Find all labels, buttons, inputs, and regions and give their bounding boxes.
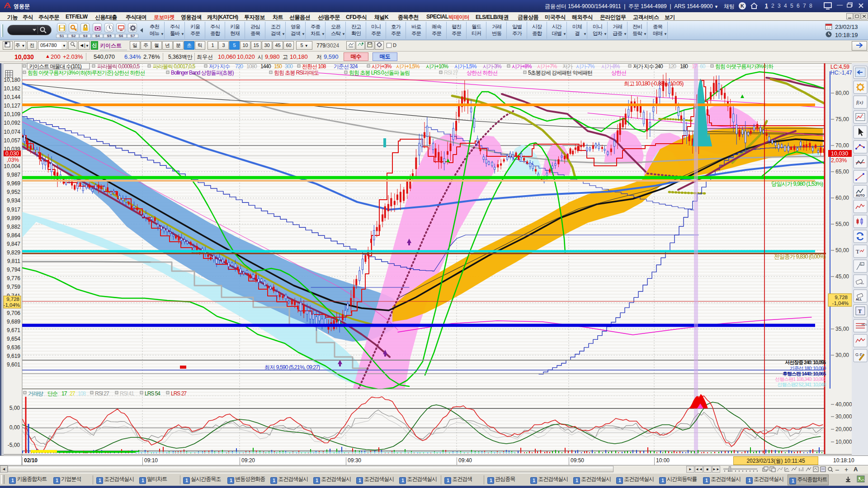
svg-text:720: 720: [235, 63, 243, 70]
svg-text:-1,04%: -1,04%: [832, 300, 849, 306]
svg-text:RSI 27: RSI 27: [95, 390, 109, 397]
svg-text:거래량: 거래량: [28, 390, 43, 397]
svg-text:9,882: 9,882: [7, 224, 20, 230]
svg-text:-5,00: -5,00: [8, 442, 20, 448]
svg-text:선행스팬2 52,341: 10,048: 선행스팬2 52,341: 10,048: [777, 382, 826, 387]
svg-text:전환선 108: 전환선 108: [302, 63, 326, 70]
svg-text:ALL: ALL: [856, 298, 862, 301]
svg-text:전일종가 9,830 (0,00%): 전일종가 9,830 (0,00%): [774, 253, 826, 260]
svg-text:기준선 180: 10,060: 기준선 180: 10,060: [790, 366, 826, 371]
svg-text:150: 150: [274, 63, 282, 70]
svg-text:40,000: 40,000: [835, 401, 852, 408]
svg-text:10,030: 10,030: [831, 150, 848, 157]
svg-text:9,899: 9,899: [7, 215, 20, 221]
svg-text:-1,04%: -1,04%: [4, 302, 20, 308]
svg-text:최고 10,180 (-0,88%, 10:05): 최고 10,180 (-0,88%, 10:05): [624, 80, 684, 87]
svg-text:9,934: 9,934: [7, 197, 20, 204]
svg-text:10,127: 10,127: [4, 103, 20, 109]
svg-text:9,811: 9,811: [7, 258, 20, 264]
svg-text:시가+7%: 시가+7%: [537, 63, 557, 70]
svg-text:,03%: ,03%: [7, 157, 19, 163]
svg-text:9,706: 9,706: [7, 310, 20, 316]
svg-text:45,00: 45,00: [835, 273, 849, 280]
svg-text:상한선: 상한선: [611, 70, 626, 76]
svg-text:60,00: 60,00: [835, 195, 849, 201]
svg-text:파라볼릭 0,0009,0,5: 파라볼릭 0,0009,0,5: [97, 63, 140, 70]
svg-text:저가: 저가: [562, 63, 573, 70]
svg-text:시가-8%: 시가-8%: [601, 63, 620, 70]
svg-text:Bollinger Band 상향돌파(초봉): Bollinger Band 상향돌파(초봉): [171, 70, 234, 76]
svg-text:60: 60: [700, 63, 706, 70]
svg-text:70,00: 70,00: [835, 142, 849, 149]
svg-text:9,969: 9,969: [7, 180, 20, 187]
svg-text:최저 9,590 (5,21%, 09:27): 최저 9,590 (5,21%, 09:27): [264, 364, 320, 371]
svg-text:시가+3%: 시가+3%: [372, 63, 392, 70]
svg-text:단순: 단순: [47, 390, 58, 397]
svg-text:시가-7%: 시가-7%: [576, 63, 595, 70]
svg-text:10,074: 10,074: [4, 129, 20, 135]
svg-text:180: 180: [680, 63, 688, 70]
svg-text:LC:4,59: LC:4,59: [830, 64, 849, 70]
svg-text:9,952: 9,952: [7, 189, 20, 195]
svg-text:17: 17: [61, 390, 67, 397]
svg-text:0,030: 0,030: [5, 150, 19, 157]
svg-text:9,864: 9,864: [7, 232, 20, 239]
svg-text:9,759: 9,759: [7, 284, 20, 290]
svg-text:10,000: 10,000: [835, 439, 852, 445]
svg-text:50,00: 50,00: [835, 247, 849, 253]
svg-text:5,00: 5,00: [9, 405, 20, 411]
svg-text:30,00: 30,00: [835, 352, 849, 358]
svg-text:저가 지수: 저가 지수: [209, 63, 230, 70]
svg-text:10,180: 10,180: [4, 77, 20, 83]
svg-text:상한선 하한선: 상한선 하한선: [467, 70, 497, 76]
svg-text:시가-1,5%: 시가-1,5%: [454, 63, 477, 70]
svg-text:10,162: 10,162: [4, 85, 20, 92]
svg-text:당일시가 9,980 (1,53%): 당일시가 9,980 (1,53%): [771, 181, 823, 187]
svg-text:9,794: 9,794: [7, 267, 20, 273]
svg-text:5초봉강세 강세패턴 약세패턴: 5초봉강세 강세패턴 약세패턴: [528, 70, 592, 76]
svg-text:10,004: 10,004: [4, 163, 20, 169]
svg-text:9,847: 9,847: [7, 241, 20, 247]
svg-text:시가+1,5%: 시가+1,5%: [396, 63, 420, 70]
svg-text:9,636: 9,636: [7, 344, 20, 351]
svg-text:9,728: 9,728: [6, 296, 19, 302]
svg-text:LRS 27: LRS 27: [171, 390, 187, 397]
svg-text:9,728: 9,728: [835, 295, 848, 300]
svg-text:RSI 41: RSI 41: [120, 390, 134, 397]
svg-text:키이스트 매물대 수(101): 키이스트 매물대 수(101): [29, 63, 82, 70]
svg-text:시가+8%: 시가+8%: [512, 63, 532, 70]
svg-text:9,689: 9,689: [7, 319, 20, 325]
svg-text:10,144: 10,144: [4, 94, 20, 100]
svg-text:저가 지수 240: 저가 지수 240: [633, 63, 663, 70]
svg-text:힘힘 초봉 LRS 0선돌파 눌림: 힘힘 초봉 LRS 0선돌파 눌림: [349, 70, 410, 76]
svg-text:27: 27: [70, 390, 75, 397]
svg-text:9,619: 9,619: [7, 353, 20, 359]
svg-text:65,00: 65,00: [835, 169, 849, 175]
svg-text:9,776: 9,776: [7, 275, 20, 282]
svg-text:0,00: 0,00: [9, 424, 20, 431]
svg-text:20,000: 20,000: [835, 426, 852, 432]
svg-text:120: 120: [668, 63, 676, 70]
svg-text:HCL: HCL: [862, 323, 868, 326]
svg-text:K: K: [741, 3, 744, 9]
svg-text:1080: 1080: [246, 63, 257, 70]
svg-text:RSI 27: RSI 27: [444, 70, 458, 76]
svg-text:300: 300: [285, 63, 293, 70]
svg-text:2,03%: 2,03%: [831, 157, 847, 164]
svg-text:75,00: 75,00: [835, 116, 849, 122]
svg-text:10,109: 10,109: [4, 111, 20, 117]
svg-text:55,00: 55,00: [835, 221, 849, 227]
svg-text:f(x): f(x): [856, 99, 863, 105]
svg-text:T: T: [856, 248, 859, 255]
svg-text:기준선 324: 기준선 324: [334, 63, 358, 70]
svg-text:힘힘 아랫구름저가3%이하: 힘힘 아랫구름저가3%이하: [715, 63, 774, 70]
svg-text:9,671: 9,671: [7, 327, 20, 333]
svg-text:파라볼릭 0,0017,0,5: 파라볼릭 0,0017,0,5: [153, 63, 195, 70]
svg-text:9,829: 9,829: [7, 249, 20, 256]
svg-text:LRS 54: LRS 54: [145, 390, 160, 397]
svg-text:힘힘 아랫구름저가3%이하(하루전기준) 상한선 하한선: 힘힘 아랫구름저가3%이하(하루전기준) 상한선 하한선: [28, 70, 145, 76]
svg-text:9,654: 9,654: [7, 336, 20, 342]
svg-text:108: 108: [78, 390, 86, 397]
svg-text:T: T: [858, 308, 862, 314]
svg-text:힘힘 초봉 RSI과매도: 힘힘 초봉 RSI과매도: [274, 70, 319, 76]
